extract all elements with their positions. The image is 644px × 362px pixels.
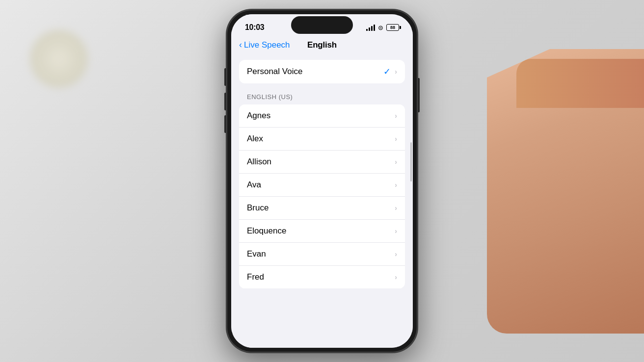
voice-name: Fred bbox=[247, 272, 264, 282]
battery-icon: 88 bbox=[386, 24, 399, 31]
chevron-right-icon: › bbox=[395, 227, 397, 235]
status-icons: ⊜ 88 bbox=[366, 24, 399, 31]
voice-name: Evan bbox=[247, 249, 266, 259]
chevron-right-icon: › bbox=[395, 158, 397, 166]
wifi-icon: ⊜ bbox=[378, 24, 383, 31]
battery-level: 88 bbox=[390, 25, 395, 30]
voice-name: Allison bbox=[247, 157, 271, 167]
status-time: 10:03 bbox=[245, 23, 264, 32]
checkmark-icon: ✓ bbox=[383, 66, 391, 77]
phone-screen: 10:03 ⊜ 88 ‹ Live Speech English bbox=[231, 14, 413, 348]
chevron-right-icon: › bbox=[395, 112, 397, 120]
voice-name: Ava bbox=[247, 180, 261, 190]
hand-image bbox=[487, 49, 644, 334]
english-us-header: ENGLISH (US) bbox=[231, 83, 413, 104]
voice-name: Alex bbox=[247, 134, 263, 144]
voice-item-evan[interactable]: Evan › bbox=[239, 243, 405, 266]
voice-name: Eloquence bbox=[247, 226, 286, 236]
back-chevron-icon: ‹ bbox=[239, 40, 242, 50]
chevron-right-icon: › bbox=[395, 135, 397, 143]
page-title: English bbox=[307, 40, 337, 50]
signal-bar-4 bbox=[374, 25, 375, 31]
chevron-right-icon: › bbox=[395, 68, 397, 76]
signal-icon bbox=[366, 24, 375, 31]
chevron-right-icon: › bbox=[395, 204, 397, 212]
personal-voice-right: ✓ › bbox=[383, 66, 397, 77]
chevron-right-icon: › bbox=[395, 181, 397, 189]
voice-item-allison[interactable]: Allison › bbox=[239, 151, 405, 174]
voice-list: Agnes › Alex › Allison › Ava › Bruce › bbox=[239, 104, 405, 288]
voice-item-agnes[interactable]: Agnes › bbox=[239, 104, 405, 128]
phone-frame: 10:03 ⊜ 88 ‹ Live Speech English bbox=[226, 9, 418, 353]
signal-bar-2 bbox=[369, 27, 370, 31]
signal-bar-1 bbox=[366, 29, 368, 31]
personal-voice-section: Personal Voice ✓ › bbox=[239, 60, 405, 83]
scrollbar bbox=[410, 142, 412, 181]
dynamic-island bbox=[291, 16, 353, 34]
voice-item-fred[interactable]: Fred › bbox=[239, 266, 405, 288]
voice-item-ava[interactable]: Ava › bbox=[239, 174, 405, 197]
chevron-right-icon: › bbox=[395, 273, 397, 281]
personal-voice-item[interactable]: Personal Voice ✓ › bbox=[239, 60, 405, 83]
content-area: Personal Voice ✓ › ENGLISH (US) Agnes › … bbox=[231, 54, 413, 348]
back-button[interactable]: ‹ Live Speech bbox=[239, 40, 290, 50]
personal-voice-label: Personal Voice bbox=[247, 67, 302, 77]
signal-bar-3 bbox=[371, 26, 373, 31]
back-label: Live Speech bbox=[244, 40, 290, 50]
decorative-object bbox=[29, 29, 88, 88]
voice-item-eloquence[interactable]: Eloquence › bbox=[239, 220, 405, 243]
voice-name: Bruce bbox=[247, 203, 268, 213]
navigation-bar: ‹ Live Speech English bbox=[231, 36, 413, 54]
voice-name: Agnes bbox=[247, 111, 270, 121]
voice-item-bruce[interactable]: Bruce › bbox=[239, 197, 405, 220]
chevron-right-icon: › bbox=[395, 250, 397, 258]
voice-item-alex[interactable]: Alex › bbox=[239, 128, 405, 151]
